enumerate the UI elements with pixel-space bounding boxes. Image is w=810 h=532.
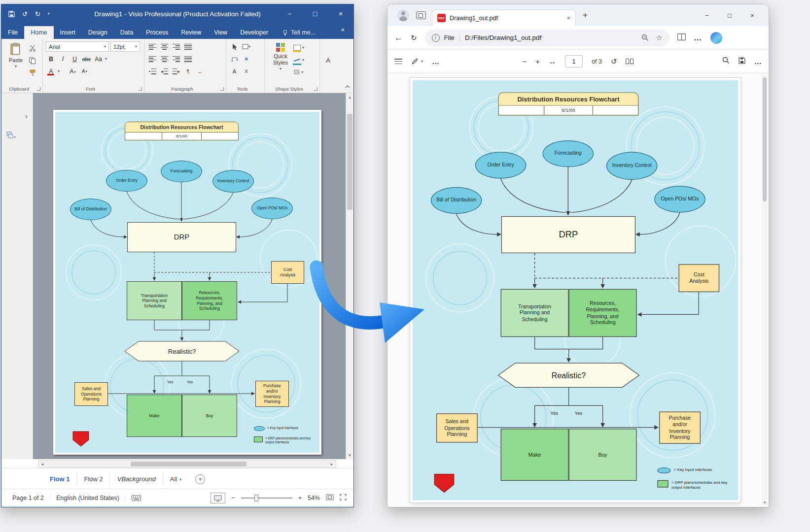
tab-close-icon[interactable]: ×: [566, 14, 570, 22]
node-transportation-planning[interactable]: Transportation Planning and Scheduling: [127, 281, 182, 320]
fit-page-button[interactable]: [326, 494, 334, 502]
shrink-font-button[interactable]: A▾: [79, 66, 90, 76]
node-buy[interactable]: Buy: [182, 395, 237, 437]
effects-button[interactable]: ▾: [293, 67, 304, 77]
settings-more-icon[interactable]: …: [694, 33, 703, 43]
page-tab-flow2[interactable]: Flow 2: [77, 472, 110, 486]
node-forecasting[interactable]: Forecasting: [161, 161, 202, 182]
shapes-window-icon[interactable]: [6, 132, 16, 141]
align-top-button[interactable]: [147, 41, 158, 52]
horizontal-scroll-thumb[interactable]: [131, 462, 247, 466]
copilot-icon[interactable]: [710, 32, 722, 44]
justify-button[interactable]: [183, 41, 193, 52]
page-tab-flow1[interactable]: Flow 1: [43, 472, 77, 486]
italic-button[interactable]: I: [58, 54, 68, 64]
underline-button[interactable]: U: [70, 54, 80, 64]
line-button[interactable]: ▾: [293, 55, 304, 65]
copy-button[interactable]: [27, 55, 37, 66]
pdf-zoom-in-icon[interactable]: +: [535, 58, 540, 65]
rectangle-tool-button[interactable]: ▾: [241, 41, 251, 52]
scroll-left-icon[interactable]: ◂: [38, 461, 46, 467]
arrange-partial-button[interactable]: A: [323, 55, 333, 66]
zoom-out-icon[interactable]: −: [231, 495, 235, 501]
qat-customize-icon[interactable]: ▾: [48, 12, 50, 16]
new-tab-button[interactable]: +: [583, 10, 588, 20]
tab-developer[interactable]: Developer: [234, 26, 275, 39]
status-language[interactable]: English (United States): [50, 495, 126, 501]
change-case-button[interactable]: Aa: [93, 54, 104, 64]
zoom-indicator-icon[interactable]: [641, 34, 649, 41]
address-bar[interactable]: i File | D:/Files/Drawing1_out.pdf ☆: [425, 30, 669, 46]
node-red-marker[interactable]: [73, 432, 89, 446]
tell-me-box[interactable]: Tell me...: [282, 29, 316, 39]
cut-button[interactable]: [27, 43, 37, 53]
presentation-mode-button[interactable]: [211, 493, 225, 503]
pdf-scroll-down-icon[interactable]: ▾: [762, 500, 768, 505]
tab-view[interactable]: View: [208, 26, 234, 39]
maximize-button[interactable]: □: [302, 4, 328, 23]
address-url[interactable]: D:/Files/Drawing1_out.pdf: [465, 34, 541, 41]
tab-design[interactable]: Design: [82, 26, 114, 39]
pdf-viewer-area[interactable]: Distribution Resources Flowchart 6/1/00 …: [387, 73, 769, 507]
back-button[interactable]: ←: [394, 33, 403, 43]
status-page-indicator[interactable]: Page 1 of 2: [6, 495, 50, 501]
favorite-star-icon[interactable]: ☆: [656, 33, 662, 42]
align-middle-button[interactable]: [159, 41, 170, 52]
zoom-slider[interactable]: [241, 498, 292, 499]
search-button[interactable]: [722, 57, 730, 66]
increase-indent-button[interactable]: ▸: [171, 66, 181, 76]
page-list-all-button[interactable]: All ▴: [163, 472, 188, 486]
pointer-tool-button[interactable]: [229, 41, 240, 52]
drawing-page[interactable]: Distribution Resources Flowchart 6/1/00 …: [53, 110, 321, 455]
tab-review[interactable]: Review: [175, 26, 208, 39]
fullscreen-button[interactable]: [340, 494, 347, 502]
node-order-entry[interactable]: Order Entry: [106, 170, 147, 192]
refresh-button[interactable]: ↻: [411, 33, 417, 42]
node-cost-analysis[interactable]: Cost Analysis: [271, 261, 304, 284]
fill-button[interactable]: ▾: [293, 42, 304, 53]
shape-styles-dialog-launcher-icon[interactable]: [314, 87, 317, 91]
connector-tool-button[interactable]: [229, 54, 240, 64]
fit-to-width-icon[interactable]: ↔: [549, 58, 556, 65]
bold-button[interactable]: B: [46, 54, 56, 64]
insert-page-button[interactable]: +: [195, 474, 205, 484]
align-bottom-button[interactable]: [171, 41, 181, 52]
tab-file[interactable]: File: [1, 26, 24, 39]
scroll-up-icon[interactable]: ▴: [346, 93, 353, 101]
page-tab-vbackground[interactable]: VBackground: [110, 472, 163, 486]
font-dialog-launcher-icon[interactable]: [139, 87, 142, 91]
zoom-slider-thumb[interactable]: [254, 495, 258, 501]
node-purchase-inventory[interactable]: Purchase and/or Inventory Planning: [255, 381, 289, 407]
paste-button[interactable]: Paste ▾: [4, 41, 27, 85]
save-button[interactable]: [739, 57, 745, 66]
draw-button[interactable]: ▾: [411, 58, 423, 65]
paragraph-dialog-launcher-icon[interactable]: [220, 87, 224, 91]
flowchart-page[interactable]: Distribution Resources Flowchart 6/1/00 …: [53, 110, 321, 455]
tab-insert[interactable]: Insert: [54, 26, 82, 39]
edge-close-button[interactable]: ×: [741, 5, 764, 25]
tab-data[interactable]: Data: [114, 26, 140, 39]
minimize-button[interactable]: −: [277, 4, 302, 23]
vertical-scrollbar[interactable]: ▴ ▾: [346, 93, 353, 459]
quick-styles-button[interactable]: Quick Styles ▾: [268, 41, 293, 85]
vertical-scroll-thumb[interactable]: [347, 114, 352, 210]
font-color-button[interactable]: A: [46, 66, 56, 76]
node-bill-of-distribution[interactable]: Bill of Distribution: [70, 199, 111, 220]
edge-maximize-button[interactable]: □: [718, 5, 741, 25]
tab-process[interactable]: Process: [140, 26, 175, 39]
profile-avatar[interactable]: [397, 9, 409, 21]
edge-tab-strip[interactable]: PDF Drawing1_out.pdf × + − □ ×: [387, 4, 769, 26]
node-sales-operations[interactable]: Sales and Operations Planning: [74, 382, 108, 406]
rotate-icon[interactable]: ↺: [611, 58, 617, 65]
zoom-in-icon[interactable]: +: [298, 495, 302, 501]
grow-font-button[interactable]: A▴: [68, 66, 78, 76]
align-center-button[interactable]: [159, 54, 170, 64]
paragraph-marks-button[interactable]: ¶: [183, 66, 193, 76]
node-inventory-control[interactable]: Inventory Control: [212, 170, 254, 193]
node-make[interactable]: Make: [127, 395, 182, 437]
toolbar-more-icon[interactable]: …: [432, 58, 439, 65]
redo-icon[interactable]: ↻: [35, 11, 40, 17]
browser-tab[interactable]: PDF Drawing1_out.pdf ×: [432, 9, 576, 26]
node-realistic-label[interactable]: Realistic?: [125, 341, 239, 361]
strikethrough-button[interactable]: abc: [81, 54, 92, 64]
